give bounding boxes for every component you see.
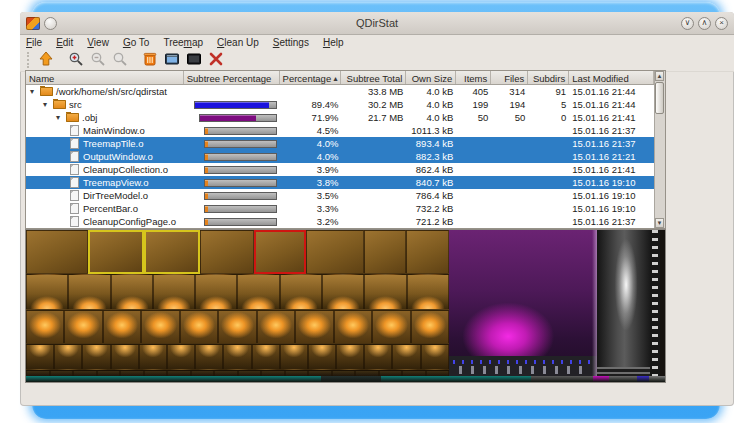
treemap-tile[interactable] (364, 230, 406, 274)
table-scrollbar[interactable]: ▲ ▼ (654, 71, 665, 228)
column-header-last-modified[interactable]: Last Modified (569, 71, 654, 84)
scrollbar-thumb[interactable] (655, 82, 664, 114)
treemap-tile[interactable] (237, 274, 279, 310)
expander-icon[interactable]: ▾ (30, 88, 39, 96)
treemap-selected-tile[interactable] (88, 230, 144, 274)
treemap-tile[interactable] (336, 344, 364, 370)
column-header-percentage[interactable]: Percentage▴ (280, 71, 342, 84)
treemap-tile[interactable] (295, 310, 333, 344)
table-row[interactable]: DirTreeModel.o3.5%786.4 kB15.01.16 19:10 (26, 189, 654, 202)
treemap-tile[interactable] (195, 274, 237, 310)
table-row[interactable]: TreemapView.o3.8%840.7 kB15.01.16 19:10 (26, 176, 654, 189)
treemap-tile[interactable] (280, 274, 322, 310)
menu-settings[interactable]: Settings (273, 37, 309, 48)
treemap-tile[interactable] (280, 344, 308, 370)
close-button[interactable]: × (715, 17, 728, 30)
treemap-strip-segment[interactable] (637, 376, 649, 382)
treemap-tile[interactable] (406, 230, 449, 274)
treemap-magenta-region[interactable] (449, 230, 597, 382)
table-row[interactable]: ▾/work/home/sh/src/qdirstat33.8 MB4.0 kB… (26, 85, 654, 98)
table-row[interactable]: TreemapTile.o4.0%893.4 kB15.01.16 21:37 (26, 137, 654, 150)
treemap-tile[interactable] (364, 344, 392, 370)
minimize-button[interactable]: ∨ (681, 17, 694, 30)
table-row[interactable]: CleanupConfigPage.o3.2%721.2 kB15.01.16 … (26, 215, 654, 228)
treemap-tile[interactable] (322, 274, 364, 310)
treemap-tile[interactable] (334, 310, 372, 344)
treemap-tile[interactable] (26, 310, 64, 344)
maximize-button[interactable]: ∧ (698, 17, 711, 30)
treemap-strip-segment[interactable] (531, 376, 593, 382)
treemap-tile[interactable] (364, 274, 406, 310)
treemap-tile[interactable] (139, 344, 167, 370)
treemap-tile[interactable] (26, 230, 88, 274)
treemap-tile[interactable] (68, 274, 110, 310)
menu-clean-up[interactable]: Clean Up (217, 37, 259, 48)
column-header-name[interactable]: Name (26, 71, 184, 84)
delete-button[interactable] (206, 50, 226, 70)
treemap-tile[interactable] (111, 344, 139, 370)
table-row[interactable]: OutputWindow.o4.0%882.3 kB15.01.16 21:21 (26, 150, 654, 163)
treemap-view[interactable] (25, 229, 666, 383)
open-terminal-button[interactable] (184, 50, 204, 70)
column-header-subtree-percentage[interactable]: Subtree Percentage (184, 71, 280, 84)
treemap-current-item-tile[interactable] (254, 230, 306, 274)
table-row[interactable]: PercentBar.o3.3%732.2 kB15.01.16 19:10 (26, 202, 654, 215)
treemap-strip-segment[interactable] (381, 376, 531, 382)
column-header-files[interactable]: Files (491, 71, 528, 84)
column-header-subtree-total[interactable]: Subtree Total (341, 71, 406, 84)
column-header-items[interactable]: Items (456, 71, 491, 84)
treemap-tile[interactable] (195, 344, 223, 370)
treemap-tile[interactable] (111, 274, 153, 310)
treemap-tile[interactable] (421, 344, 449, 370)
treemap-bottom-strip[interactable] (26, 376, 666, 382)
zoom-in-button[interactable] (66, 50, 86, 70)
table-row[interactable]: CleanupCollection.o3.9%862.4 kB15.01.16 … (26, 163, 654, 176)
treemap-tile[interactable] (257, 310, 295, 344)
menu-help[interactable]: Help (323, 37, 344, 48)
menu-go-to[interactable]: Go To (123, 37, 150, 48)
expander-icon[interactable]: ▾ (56, 114, 65, 122)
treemap-tile[interactable] (26, 344, 54, 370)
treemap-tile[interactable] (392, 344, 420, 370)
treemap-tile[interactable] (306, 230, 364, 274)
table-row[interactable]: ▾.obj71.9%21.7 MB4.0 kB5050015.01.16 21:… (26, 111, 654, 124)
treemap-gray-region[interactable] (597, 230, 650, 382)
treemap-tile[interactable] (26, 274, 68, 310)
treemap-tile[interactable] (308, 344, 336, 370)
toolbar-handle[interactable] (27, 52, 32, 68)
treemap-selected-tile[interactable] (144, 230, 200, 274)
treemap-tile[interactable] (141, 310, 179, 344)
treemap-tile[interactable] (103, 310, 141, 344)
treemap-strip-segment[interactable] (609, 376, 637, 382)
scrollbar-down-arrow[interactable]: ▼ (655, 218, 664, 228)
go-up-button[interactable] (36, 50, 56, 70)
move-to-trash-button[interactable] (140, 50, 160, 70)
column-header-own-size[interactable]: Own Size (406, 71, 456, 84)
treemap-tile[interactable] (82, 344, 110, 370)
menu-view[interactable]: View (87, 37, 109, 48)
menu-edit[interactable]: Edit (56, 37, 73, 48)
table-row[interactable]: MainWindow.o4.5%1011.3 kB15.01.16 21:37 (26, 124, 654, 137)
treemap-tile[interactable] (218, 310, 256, 344)
treemap-strip-segment[interactable] (321, 376, 381, 382)
expander-icon[interactable]: ▾ (43, 101, 52, 109)
scrollbar-up-arrow[interactable]: ▲ (655, 71, 664, 81)
table-row[interactable]: ▾src89.4%30.2 MB4.0 kB199194515.01.16 21… (26, 98, 654, 111)
column-header-subdirs[interactable]: Subdirs (528, 71, 569, 84)
treemap-strip-segment[interactable] (649, 376, 666, 382)
treemap-tile[interactable] (411, 310, 449, 344)
treemap-strip-segment[interactable] (26, 376, 321, 382)
open-file-manager-button[interactable] (162, 50, 182, 70)
treemap-tile[interactable] (54, 344, 82, 370)
treemap-dash-column[interactable] (650, 230, 660, 382)
treemap-tile[interactable] (407, 274, 449, 310)
treemap-tile[interactable] (372, 310, 410, 344)
menu-treemap[interactable]: Treemap (163, 37, 203, 48)
treemap-orange-region[interactable] (26, 230, 449, 382)
treemap-tile[interactable] (180, 310, 218, 344)
treemap-tile[interactable] (200, 230, 254, 274)
treemap-strip-segment[interactable] (593, 376, 609, 382)
treemap-tile[interactable] (153, 274, 195, 310)
treemap-tile[interactable] (64, 310, 102, 344)
titlebar[interactable]: QDirStat ∨∧× (20, 12, 734, 35)
